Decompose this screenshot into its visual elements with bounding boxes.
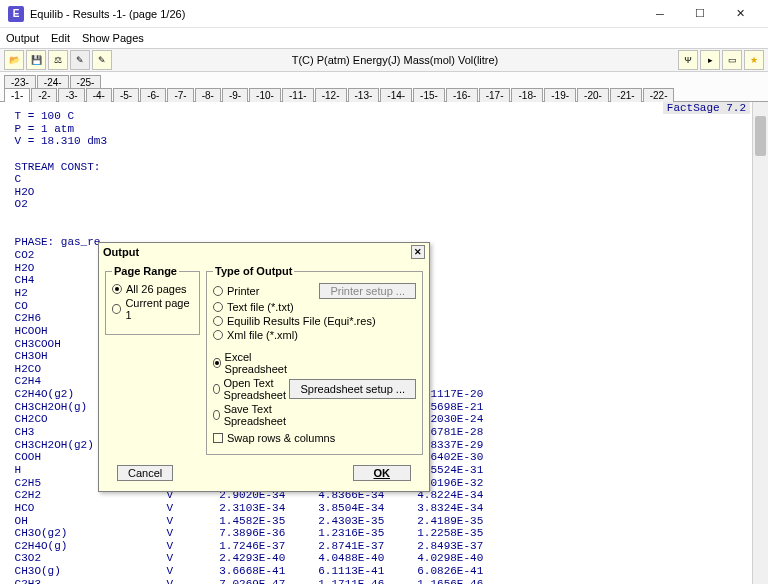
menu-output[interactable]: Output: [6, 32, 39, 44]
maximize-button[interactable]: ☐: [680, 2, 720, 26]
tab-21[interactable]: -21-: [610, 88, 642, 102]
dialog-close-icon[interactable]: ✕: [411, 245, 425, 259]
vertical-scrollbar[interactable]: [752, 102, 768, 584]
cancel-button[interactable]: Cancel: [117, 465, 173, 481]
checkbox-swap-rows-columns[interactable]: Swap rows & columns: [213, 432, 416, 444]
radio-text-file[interactable]: Text file (*.txt): [213, 301, 416, 313]
radio-excel-spreadsheet[interactable]: Excel Spreadsheet: [213, 351, 289, 375]
radio-printer[interactable]: Printer Printer setup ...: [213, 283, 416, 299]
results-pane: FactSage 7.2 T = 100 C P = 1 atm V = 18.…: [0, 102, 768, 584]
tab-9[interactable]: -9-: [222, 88, 248, 102]
tab-23[interactable]: -23-: [4, 75, 36, 89]
output-dialog: Output ✕ Page Range All 26 pages Current…: [98, 242, 430, 492]
tab-11[interactable]: -11-: [282, 88, 314, 102]
type-of-output-legend: Type of Output: [213, 265, 294, 277]
toolbar: 📂 💾 ⚖ ✎ ✎ T(C) P(atm) Energy(J) Mass(mol…: [0, 48, 768, 72]
radio-save-text-spreadsheet[interactable]: Save Text Spreadsheet: [213, 403, 289, 427]
tab-10[interactable]: -10-: [249, 88, 281, 102]
ok-button[interactable]: OK: [353, 465, 412, 481]
tab-8[interactable]: -8-: [195, 88, 221, 102]
save-icon[interactable]: 💾: [26, 50, 46, 70]
tab-18[interactable]: -18-: [511, 88, 543, 102]
tab-13[interactable]: -13-: [348, 88, 380, 102]
weight-icon[interactable]: ⚖: [48, 50, 68, 70]
tab-1[interactable]: -1-: [4, 88, 30, 102]
page-range-legend: Page Range: [112, 265, 179, 277]
menu-show-pages[interactable]: Show Pages: [82, 32, 144, 44]
open-icon[interactable]: 📂: [4, 50, 24, 70]
tab-20[interactable]: -20-: [577, 88, 609, 102]
menu-edit[interactable]: Edit: [51, 32, 70, 44]
star-icon[interactable]: ★: [744, 50, 764, 70]
page-tabs: -23- -24- -25- -1- -2- -3- -4- -5- -6- -…: [0, 72, 768, 102]
tab-22[interactable]: -22-: [643, 88, 675, 102]
tab-16[interactable]: -16-: [446, 88, 478, 102]
window-title: Equilib - Results -1- (page 1/26): [30, 8, 640, 20]
radio-current-page[interactable]: Current page 1: [112, 297, 193, 321]
radio-all-pages[interactable]: All 26 pages: [112, 283, 193, 295]
tab-14[interactable]: -14-: [380, 88, 412, 102]
edit-gray-icon[interactable]: ✎: [70, 50, 90, 70]
edit-yellow-icon[interactable]: ✎: [92, 50, 112, 70]
page-range-group: Page Range All 26 pages Current page 1: [105, 265, 200, 335]
tab-2[interactable]: -2-: [31, 88, 57, 102]
tab-17[interactable]: -17-: [479, 88, 511, 102]
tab-24[interactable]: -24-: [37, 75, 69, 89]
tab-7[interactable]: -7-: [167, 88, 193, 102]
tab-15[interactable]: -15-: [413, 88, 445, 102]
tab-19[interactable]: -19-: [544, 88, 576, 102]
tab-25[interactable]: -25-: [70, 75, 102, 89]
tab-4[interactable]: -4-: [86, 88, 112, 102]
fork-icon[interactable]: Ψ: [678, 50, 698, 70]
box-icon[interactable]: ▭: [722, 50, 742, 70]
tab-5[interactable]: -5-: [113, 88, 139, 102]
menu-bar: Output Edit Show Pages: [0, 28, 768, 48]
factsage-version-label: FactSage 7.2: [663, 102, 750, 114]
printer-setup-button[interactable]: Printer setup ...: [319, 283, 416, 299]
radio-xml-file[interactable]: Xml file (*.xml): [213, 329, 416, 341]
dialog-title: Output: [103, 246, 139, 258]
scrollbar-thumb[interactable]: [755, 116, 766, 156]
title-bar: E Equilib - Results -1- (page 1/26) ─ ☐ …: [0, 0, 768, 28]
app-icon: E: [8, 6, 24, 22]
tab-12[interactable]: -12-: [315, 88, 347, 102]
radio-equilib-results[interactable]: Equilib Results File (Equi*.res): [213, 315, 416, 327]
radio-open-text-spreadsheet[interactable]: Open Text Spreadsheet: [213, 377, 289, 401]
spreadsheet-setup-button[interactable]: Spreadsheet setup ...: [289, 379, 416, 399]
tab-3[interactable]: -3-: [58, 88, 84, 102]
minimize-button[interactable]: ─: [640, 2, 680, 26]
page-right-icon[interactable]: ▸: [700, 50, 720, 70]
tab-6[interactable]: -6-: [140, 88, 166, 102]
type-of-output-group: Type of Output Printer Printer setup ...…: [206, 265, 423, 455]
units-label: T(C) P(atm) Energy(J) Mass(mol) Vol(litr…: [114, 54, 676, 66]
close-button[interactable]: ✕: [720, 2, 760, 26]
